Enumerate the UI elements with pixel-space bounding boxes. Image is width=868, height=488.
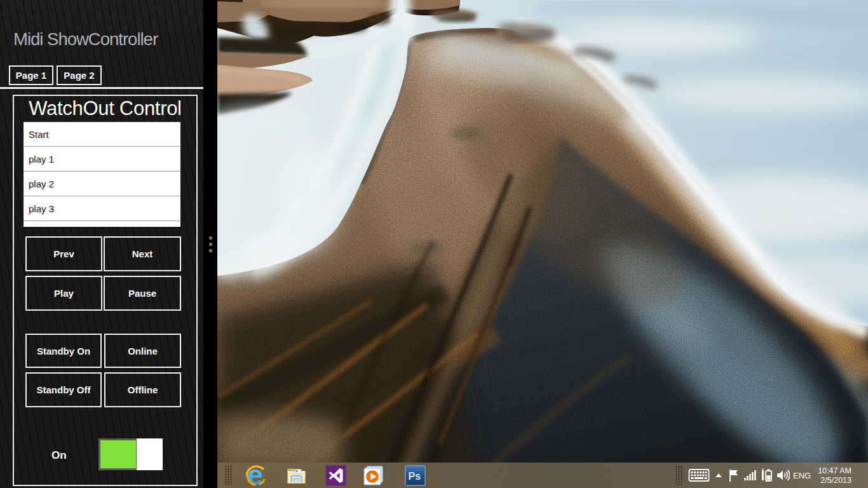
svg-text:Ps: Ps: [409, 471, 421, 482]
